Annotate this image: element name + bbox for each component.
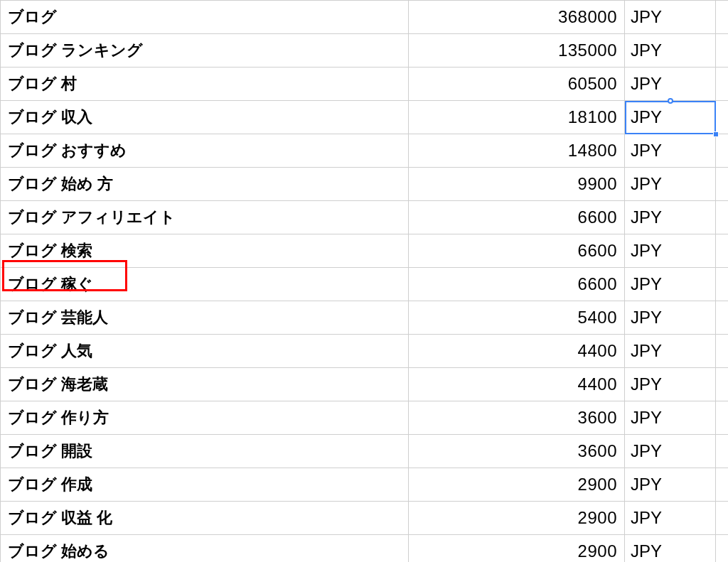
keyword-cell[interactable]: ブログ 作成 [1,468,409,502]
currency-cell[interactable]: JPY [625,134,716,168]
trailing-cell[interactable] [716,234,729,268]
keyword-cell[interactable]: ブログ [1,1,409,34]
keyword-table[interactable]: ブログ368000JPYブログ ランキング135000JPYブログ 村60500… [0,0,728,562]
keyword-cell[interactable]: ブログ 海老蔵 [1,368,409,401]
keyword-cell[interactable]: ブログ 稼ぐ [1,268,409,301]
trailing-cell[interactable] [716,502,729,535]
keyword-cell[interactable]: ブログ 収入 [1,101,409,134]
keyword-cell[interactable]: ブログ ランキング [1,34,409,67]
currency-cell[interactable]: JPY [625,34,716,67]
keyword-cell[interactable]: ブログ おすすめ [1,134,409,168]
table-row[interactable]: ブログ 収入18100JPY [1,101,729,134]
table-row[interactable]: ブログ 人気4400JPY [1,335,729,368]
trailing-cell[interactable] [716,134,729,168]
currency-cell[interactable]: JPY [625,401,716,435]
value-cell[interactable]: 60500 [409,67,625,101]
table-row[interactable]: ブログ368000JPY [1,1,729,34]
keyword-cell[interactable]: ブログ 検索 [1,234,409,268]
trailing-cell[interactable] [716,435,729,468]
currency-cell[interactable]: JPY [625,535,716,563]
selection-handle-bottom[interactable] [713,131,719,137]
value-cell[interactable]: 5400 [409,301,625,335]
table-row[interactable]: ブログ 検索6600JPY [1,234,729,268]
value-cell[interactable]: 4400 [409,335,625,368]
keyword-cell[interactable]: ブログ 作り方 [1,401,409,435]
table-row[interactable]: ブログ 作成2900JPY [1,468,729,502]
trailing-cell[interactable] [716,468,729,502]
keyword-cell[interactable]: ブログ 開設 [1,435,409,468]
value-cell[interactable]: 6600 [409,201,625,234]
value-cell[interactable]: 2900 [409,535,625,563]
value-cell[interactable]: 6600 [409,234,625,268]
table-row[interactable]: ブログ ランキング135000JPY [1,34,729,67]
value-cell[interactable]: 2900 [409,502,625,535]
currency-cell[interactable]: JPY [625,301,716,335]
keyword-cell[interactable]: ブログ 始め 方 [1,168,409,201]
value-cell[interactable]: 3600 [409,401,625,435]
currency-cell[interactable]: JPY [625,67,716,101]
trailing-cell[interactable] [716,301,729,335]
table-row[interactable]: ブログ 収益 化2900JPY [1,502,729,535]
currency-cell[interactable]: JPY [625,435,716,468]
table-row[interactable]: ブログ おすすめ14800JPY [1,134,729,168]
table-row[interactable]: ブログ アフィリエイト6600JPY [1,201,729,234]
trailing-cell[interactable] [716,368,729,401]
trailing-cell[interactable] [716,335,729,368]
currency-cell[interactable]: JPY [625,268,716,301]
trailing-cell[interactable] [716,67,729,101]
trailing-cell[interactable] [716,401,729,435]
value-cell[interactable]: 9900 [409,168,625,201]
table-row[interactable]: ブログ 始める2900JPY [1,535,729,563]
table-row[interactable]: ブログ 海老蔵4400JPY [1,368,729,401]
selection-handle-top[interactable] [668,98,673,104]
keyword-table-body: ブログ368000JPYブログ ランキング135000JPYブログ 村60500… [1,1,729,563]
currency-cell[interactable]: JPY [625,502,716,535]
currency-cell[interactable]: JPY [625,368,716,401]
currency-cell[interactable]: JPY [625,1,716,34]
currency-cell[interactable]: JPY [625,201,716,234]
keyword-cell[interactable]: ブログ 芸能人 [1,301,409,335]
value-cell[interactable]: 2900 [409,468,625,502]
trailing-cell[interactable] [716,268,729,301]
trailing-cell[interactable] [716,168,729,201]
table-row[interactable]: ブログ 開設3600JPY [1,435,729,468]
value-cell[interactable]: 18100 [409,101,625,134]
value-cell[interactable]: 4400 [409,368,625,401]
value-cell[interactable]: 14800 [409,134,625,168]
currency-cell[interactable]: JPY [625,234,716,268]
currency-cell[interactable]: JPY [625,468,716,502]
keyword-cell[interactable]: ブログ 収益 化 [1,502,409,535]
trailing-cell[interactable] [716,201,729,234]
trailing-cell[interactable] [716,34,729,67]
value-cell[interactable]: 6600 [409,268,625,301]
keyword-cell[interactable]: ブログ 人気 [1,335,409,368]
table-row[interactable]: ブログ 村60500JPY [1,67,729,101]
currency-cell[interactable]: JPY [625,335,716,368]
table-row[interactable]: ブログ 始め 方9900JPY [1,168,729,201]
table-row[interactable]: ブログ 作り方3600JPY [1,401,729,435]
keyword-cell[interactable]: ブログ アフィリエイト [1,201,409,234]
trailing-cell[interactable] [716,535,729,563]
trailing-cell[interactable] [716,101,729,134]
value-cell[interactable]: 135000 [409,34,625,67]
trailing-cell[interactable] [716,1,729,34]
currency-cell[interactable]: JPY [625,101,716,134]
keyword-cell[interactable]: ブログ 始める [1,535,409,563]
table-row[interactable]: ブログ 稼ぐ6600JPY [1,268,729,301]
keyword-cell[interactable]: ブログ 村 [1,67,409,101]
table-row[interactable]: ブログ 芸能人5400JPY [1,301,729,335]
value-cell[interactable]: 368000 [409,1,625,34]
currency-cell[interactable]: JPY [625,168,716,201]
value-cell[interactable]: 3600 [409,435,625,468]
